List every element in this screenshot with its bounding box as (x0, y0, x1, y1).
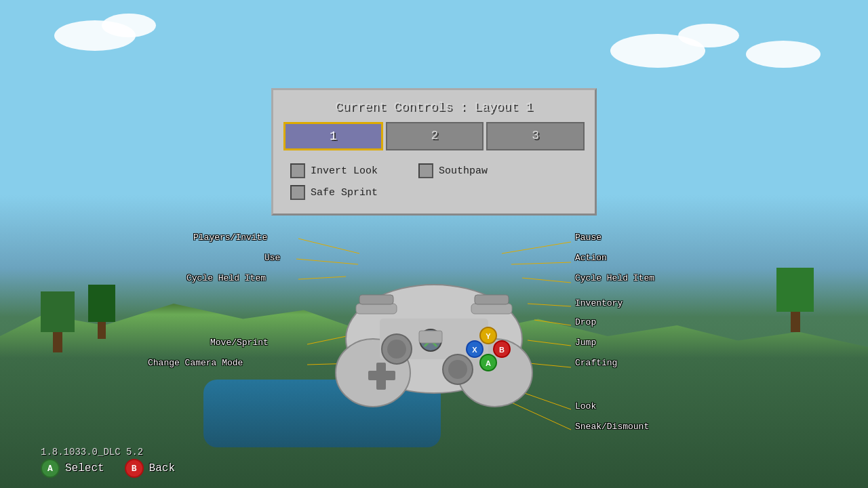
safe-sprint-checkbox[interactable]: Safe Sprint (290, 185, 378, 200)
cloud-5 (746, 41, 821, 68)
tree-1 (41, 291, 75, 352)
back-button-group[interactable]: B Back (125, 459, 175, 478)
svg-rect-28 (368, 371, 395, 380)
svg-rect-20 (471, 304, 512, 314)
checkboxes-container: Invert Look Southpaw Safe Sprint (283, 160, 585, 203)
back-label: Back (149, 462, 175, 474)
svg-rect-21 (359, 295, 393, 304)
svg-point-24 (387, 340, 406, 359)
controller-image: Y X B A (319, 230, 549, 413)
safe-sprint-label: Safe Sprint (311, 187, 378, 199)
checkbox-row-2: Safe Sprint (290, 185, 578, 200)
svg-text:X: X (472, 346, 477, 354)
invert-look-box[interactable] (290, 163, 305, 178)
tab-layout-2[interactable]: 2 (386, 122, 484, 150)
layout-tabs: 1 2 3 (283, 122, 585, 150)
safe-sprint-box[interactable] (290, 185, 305, 200)
southpaw-box[interactable] (418, 163, 433, 178)
southpaw-checkbox[interactable]: Southpaw (418, 163, 488, 178)
select-button-group[interactable]: A Select (41, 459, 104, 478)
tab-layout-1[interactable]: 1 (283, 122, 383, 150)
svg-text:A: A (486, 359, 491, 367)
controls-dialog: Current Controls : Layout 1 1 2 3 Invert… (271, 88, 597, 216)
cloud-4 (678, 24, 739, 47)
select-label: Select (65, 462, 104, 474)
b-button-icon: B (125, 459, 144, 478)
svg-text:B: B (499, 346, 505, 354)
cloud-2 (102, 14, 156, 37)
invert-look-checkbox[interactable]: Invert Look (290, 163, 378, 178)
svg-rect-19 (356, 304, 397, 314)
tab-layout-3[interactable]: 3 (486, 122, 585, 150)
svg-text:Y: Y (486, 332, 491, 340)
bottom-bar: A Select B Back (41, 459, 175, 478)
tree-3 (776, 268, 814, 332)
tree-2 (88, 285, 115, 339)
svg-rect-32 (419, 331, 442, 343)
a-button-icon: A (41, 459, 60, 478)
invert-look-label: Invert Look (311, 165, 378, 177)
version-text: 1.8.1033.0_DLC 5.2 (41, 447, 143, 458)
dialog-title: Current Controls : Layout 1 (283, 100, 585, 114)
southpaw-label: Southpaw (439, 165, 488, 177)
svg-point-26 (448, 360, 467, 379)
svg-rect-22 (475, 295, 509, 304)
checkbox-row-1: Invert Look Southpaw (290, 163, 578, 178)
